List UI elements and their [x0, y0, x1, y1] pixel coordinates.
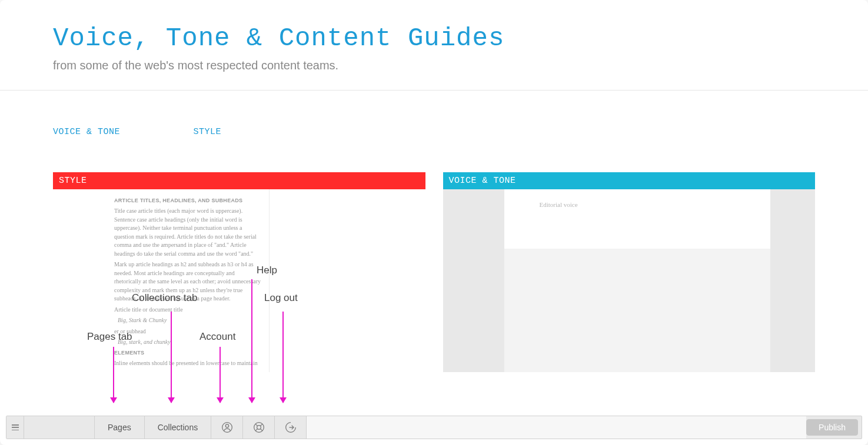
style-example-head: Big, stark, and chunky: [118, 338, 263, 347]
panel-style[interactable]: STYLE ARTICLE TITLES, HEADLINES, AND SUB…: [53, 172, 425, 372]
style-section-heading: ARTICLE TITLES, HEADLINES, AND SUBHEADS: [114, 197, 263, 205]
bottom-spacer: [307, 416, 806, 439]
collections-tab[interactable]: Collections: [145, 416, 211, 439]
panel-style-body: ARTICLE TITLES, HEADLINES, AND SUBHEADS …: [53, 189, 425, 372]
panels: STYLE ARTICLE TITLES, HEADLINES, AND SUB…: [0, 149, 868, 372]
style-para3: Inline elements should be presented in l…: [114, 359, 261, 368]
svg-point-1: [225, 424, 228, 427]
style-para1: Title case article titles (each major wo…: [114, 207, 261, 258]
bottom-bar: Pages Collections Publish: [6, 416, 862, 439]
lifebuoy-icon: [253, 421, 265, 433]
nav-style[interactable]: STYLE: [193, 127, 221, 137]
logout-icon: [285, 421, 297, 433]
style-gutter-right: [270, 189, 425, 372]
pages-tab[interactable]: Pages: [95, 416, 145, 439]
style-label-head: er or subhead: [114, 327, 261, 336]
nav-row: VOICE & TONE STYLE: [0, 91, 868, 149]
nav-voice-tone[interactable]: VOICE & TONE: [53, 127, 120, 137]
style-example-title: Big, Stark & Chunky: [118, 316, 263, 325]
page-title: Voice, Tone & Content Guides: [53, 24, 815, 53]
help-button[interactable]: [243, 416, 275, 439]
voice-gutter-right: [770, 189, 815, 372]
svg-point-3: [257, 426, 261, 430]
style-para2: Mark up article headings as h2 and subhe…: [114, 260, 261, 303]
panel-voice[interactable]: VOICE & TONE Editorial voice: [443, 172, 816, 372]
publish-button[interactable]: Publish: [806, 419, 858, 436]
style-label-title: Article title or document title: [114, 306, 261, 314]
voice-content-lower: [504, 249, 771, 372]
panel-voice-header: VOICE & TONE: [443, 172, 816, 189]
panel-voice-body: Editorial voice: [443, 189, 816, 372]
voice-body-label: Editorial voice: [504, 189, 771, 208]
style-gutter-left: [53, 189, 114, 372]
panel-style-header: STYLE: [53, 172, 425, 189]
logout-button[interactable]: [275, 416, 307, 439]
account-icon: [221, 421, 233, 433]
voice-content: Editorial voice: [504, 189, 771, 372]
account-button[interactable]: [211, 416, 243, 439]
style-content: ARTICLE TITLES, HEADLINES, AND SUBHEADS …: [114, 189, 270, 372]
voice-gutter-left: [443, 189, 504, 372]
hamburger-menu-icon[interactable]: [6, 416, 24, 439]
page-subtitle: from some of the web's most respected co…: [53, 59, 815, 72]
style-section-elements: ELEMENTS: [114, 349, 263, 357]
header: Voice, Tone & Content Guides from some o…: [0, 0, 868, 91]
blank-slot: [24, 416, 95, 439]
